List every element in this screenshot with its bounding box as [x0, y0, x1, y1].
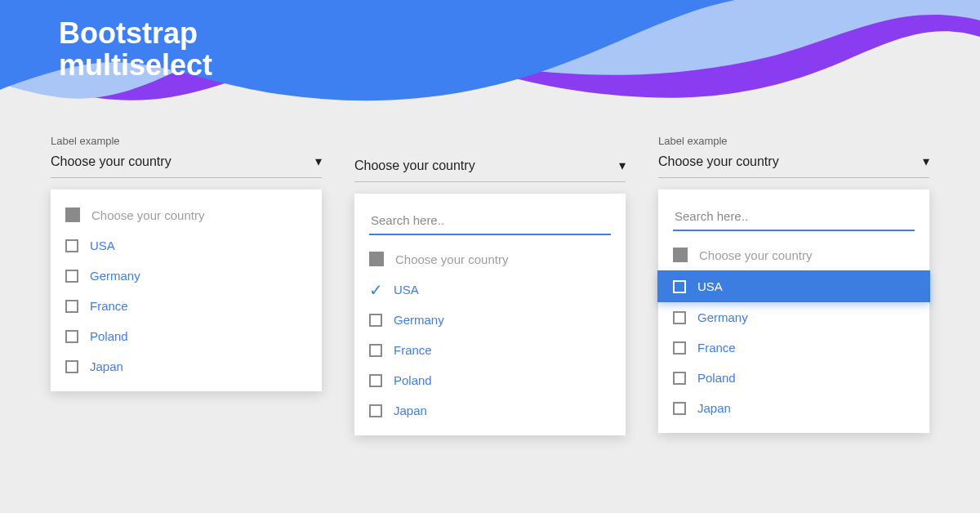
multiselect-example-3: Label example Choose your country ▾ Choo… — [658, 135, 929, 435]
option-poland[interactable]: Poland — [658, 363, 929, 393]
option-label: Choose your country — [91, 208, 204, 222]
checkbox-icon — [673, 311, 686, 324]
option-placeholder[interactable]: Choose your country — [354, 243, 626, 274]
option-germany[interactable]: Germany — [51, 261, 322, 291]
option-poland[interactable]: Poland — [51, 321, 322, 351]
option-japan[interactable]: Japan — [51, 351, 322, 381]
option-france[interactable]: France — [354, 335, 626, 365]
option-label: Poland — [394, 373, 432, 387]
checkbox-icon — [673, 372, 686, 385]
checkbox-icon — [65, 300, 78, 313]
option-label: Choose your country — [395, 252, 508, 266]
option-label: Japan — [394, 404, 427, 417]
checkbox-icon — [673, 341, 686, 355]
select-toggle[interactable]: Choose your country ▾ — [658, 154, 929, 178]
option-label: USA — [394, 283, 419, 297]
checkbox-icon — [65, 330, 78, 343]
option-germany[interactable]: Germany — [658, 302, 929, 332]
dropdown-panel: Choose your country USA Germany France P… — [51, 190, 322, 391]
option-label: USA — [697, 279, 723, 293]
option-usa[interactable]: USA — [657, 270, 930, 302]
select-toggle[interactable]: Choose your country ▾ — [51, 154, 322, 178]
checkbox-icon — [65, 360, 78, 373]
checkbox-icon — [369, 374, 382, 387]
option-label: France — [697, 341, 736, 355]
option-label: Japan — [697, 401, 731, 415]
option-placeholder[interactable]: Choose your country — [51, 199, 322, 230]
multiselect-example-2: Choose your country ▾ Choose your countr… — [354, 135, 626, 435]
search-input[interactable] — [369, 207, 611, 235]
option-france[interactable]: France — [658, 332, 929, 363]
select-value: Choose your country — [658, 154, 779, 169]
search-input[interactable] — [673, 203, 915, 231]
select-all-icon — [65, 207, 80, 222]
title-line-1: Bootstrap — [59, 18, 212, 50]
select-all-icon — [673, 248, 688, 262]
dropdown-panel: Choose your country USA Germany France P… — [658, 190, 929, 433]
select-value: Choose your country — [354, 158, 475, 173]
checkbox-icon — [65, 270, 78, 283]
option-poland[interactable]: Poland — [354, 365, 626, 395]
option-label: France — [90, 299, 128, 313]
option-usa[interactable]: ✓ USA — [354, 274, 626, 305]
checkbox-icon — [65, 239, 78, 252]
option-germany[interactable]: Germany — [354, 305, 626, 335]
field-label: Label example — [658, 135, 929, 147]
dropdown-panel: Choose your country ✓ USA Germany France… — [354, 194, 626, 435]
option-label: France — [394, 343, 432, 357]
select-toggle[interactable]: Choose your country ▾ — [354, 158, 626, 182]
option-label: Poland — [697, 371, 736, 385]
option-label: USA — [90, 239, 115, 252]
multiselect-example-1: Label example Choose your country ▾ Choo… — [51, 135, 322, 435]
select-value: Choose your country — [51, 154, 172, 169]
checkbox-icon — [369, 404, 382, 417]
title-line-2: multiselect — [59, 50, 212, 82]
checkbox-icon — [369, 314, 382, 327]
checkbox-icon — [369, 344, 382, 357]
checkbox-icon — [673, 402, 686, 415]
option-label: Poland — [90, 329, 128, 343]
field-label: Label example — [51, 135, 322, 147]
chevron-down-icon: ▾ — [923, 154, 929, 169]
checkbox-icon — [673, 280, 686, 293]
chevron-down-icon: ▾ — [619, 158, 626, 173]
checkmark-icon: ✓ — [369, 283, 382, 297]
select-all-icon — [369, 252, 384, 266]
option-japan[interactable]: Japan — [354, 395, 626, 426]
option-label: Germany — [90, 269, 140, 283]
option-placeholder[interactable]: Choose your country — [658, 239, 929, 270]
option-label: Choose your country — [699, 248, 812, 262]
option-label: Germany — [697, 310, 748, 324]
option-japan[interactable]: Japan — [658, 393, 929, 423]
page-title: Bootstrap multiselect — [59, 18, 212, 82]
option-usa[interactable]: USA — [51, 230, 322, 261]
chevron-down-icon: ▾ — [315, 154, 322, 169]
option-france[interactable]: France — [51, 291, 322, 321]
option-label: Germany — [394, 313, 444, 327]
option-label: Japan — [90, 359, 123, 373]
